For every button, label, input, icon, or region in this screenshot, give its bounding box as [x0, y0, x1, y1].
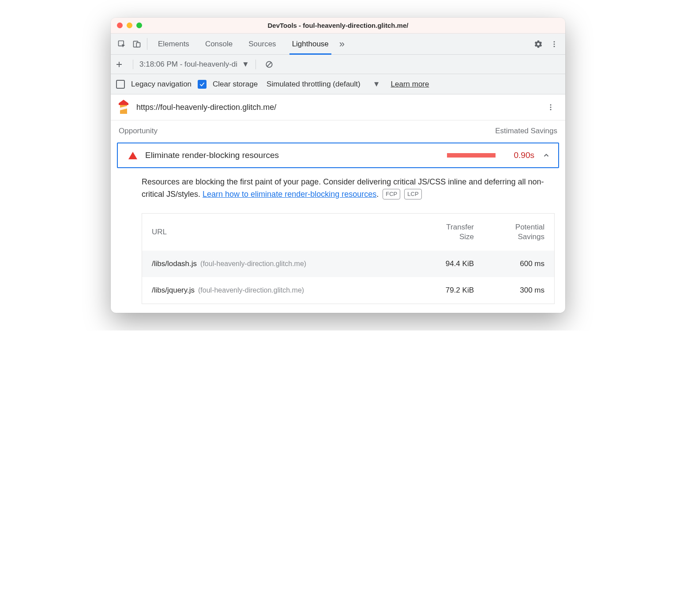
clear-storage-checkbox[interactable]: [198, 80, 207, 89]
col-header-url: URL: [152, 222, 412, 242]
settings-icon[interactable]: [531, 40, 546, 49]
opportunities-header: Opportunity Estimated Savings: [111, 120, 565, 140]
savings-value: 0.90s: [503, 150, 534, 160]
resource-host: (foul-heavenly-direction.glitch.me): [198, 286, 304, 294]
zoom-window-button[interactable]: [136, 23, 142, 28]
metric-badge-fcp: FCP: [383, 189, 400, 199]
tab-lighthouse[interactable]: Lighthouse: [290, 34, 330, 54]
opportunity-description: Resources are blocking the first paint o…: [111, 168, 565, 201]
tab-elements[interactable]: Elements: [156, 34, 191, 54]
svg-rect-2: [136, 42, 140, 47]
desc-post: .: [376, 190, 379, 199]
report-menu-icon[interactable]: [547, 103, 559, 111]
more-tabs-icon[interactable]: »: [339, 34, 345, 54]
throttling-label: Simulated throttling (default): [267, 80, 361, 89]
savings-bar: [447, 153, 496, 158]
resource-path[interactable]: /libs/jquery.js: [152, 286, 195, 295]
kebab-menu-icon[interactable]: [547, 40, 562, 48]
svg-line-9: [267, 62, 271, 66]
panel-tabbar: Elements Console Sources Lighthouse »: [111, 34, 565, 55]
opportunity-row[interactable]: Eliminate render-blocking resources 0.90…: [117, 143, 559, 168]
resource-host: (foul-heavenly-direction.glitch.me): [200, 260, 306, 268]
svg-marker-10: [119, 100, 128, 105]
svg-point-5: [554, 45, 555, 47]
window-title: DevTools - foul-heavenly-direction.glitc…: [111, 22, 565, 29]
dropdown-caret-icon[interactable]: ▼: [242, 60, 249, 69]
col-header-size: TransferSize: [412, 222, 474, 242]
desc-learn-link[interactable]: Learn how to eliminate render-blocking r…: [203, 190, 376, 199]
inspect-element-icon[interactable]: [114, 34, 129, 54]
table-row: /libs/jquery.js (foul-heavenly-direction…: [142, 277, 554, 304]
lighthouse-options: Legacy navigation Clear storage Simulate…: [111, 74, 565, 94]
metric-badge-lcp: LCP: [404, 189, 421, 199]
report-selector-label[interactable]: 3:18:06 PM - foul-heavenly-di: [139, 60, 237, 69]
table-header-row: URL TransferSize PotentialSavings: [142, 214, 554, 251]
resource-path[interactable]: /libs/lodash.js: [152, 259, 197, 268]
estimated-savings-heading: Estimated Savings: [495, 127, 557, 135]
device-toolbar-icon[interactable]: [129, 34, 144, 54]
table-row: /libs/lodash.js (foul-heavenly-direction…: [142, 251, 554, 277]
devtools-window: DevTools - foul-heavenly-direction.glitc…: [111, 18, 565, 313]
close-window-button[interactable]: [117, 23, 123, 28]
lighthouse-toolbar: 3:18:06 PM - foul-heavenly-di ▼: [111, 55, 565, 74]
minimize-window-button[interactable]: [127, 23, 132, 28]
tab-console[interactable]: Console: [203, 34, 234, 54]
lighthouse-logo-icon: [117, 100, 130, 115]
clear-storage-label: Clear storage: [213, 80, 258, 89]
new-report-button[interactable]: [115, 60, 127, 68]
divider: [147, 38, 147, 50]
svg-point-15: [550, 109, 552, 110]
tab-sources[interactable]: Sources: [247, 34, 278, 54]
traffic-lights: [111, 23, 142, 28]
titlebar: DevTools - foul-heavenly-direction.glitc…: [111, 18, 565, 34]
svg-point-3: [554, 41, 555, 42]
svg-point-14: [550, 107, 552, 108]
learn-more-link[interactable]: Learn more: [391, 80, 429, 89]
resources-table: URL TransferSize PotentialSavings /libs/…: [142, 213, 555, 304]
svg-point-4: [554, 43, 555, 45]
fail-triangle-icon: [128, 152, 137, 159]
divider: [255, 60, 256, 69]
report-url: https://foul-heavenly-direction.glitch.m…: [136, 103, 541, 112]
divider: [133, 60, 133, 69]
report-url-row: https://foul-heavenly-direction.glitch.m…: [111, 94, 565, 120]
resource-savings: 600 ms: [474, 259, 545, 268]
svg-point-13: [550, 104, 552, 105]
resource-size: 94.4 KiB: [412, 259, 474, 268]
panel-tabs: Elements Console Sources Lighthouse: [156, 34, 330, 54]
legacy-navigation-label: Legacy navigation: [131, 80, 192, 89]
resource-savings: 300 ms: [474, 286, 545, 295]
opportunity-title: Eliminate render-blocking resources: [145, 150, 439, 160]
opportunity-heading: Opportunity: [119, 127, 158, 135]
resource-size: 79.2 KiB: [412, 286, 474, 295]
collapse-chevron-icon[interactable]: [542, 151, 550, 159]
throttling-caret-icon[interactable]: ▼: [373, 80, 380, 89]
col-header-savings: PotentialSavings: [474, 222, 545, 242]
legacy-navigation-checkbox[interactable]: [116, 80, 125, 89]
clear-report-icon[interactable]: [265, 60, 274, 69]
